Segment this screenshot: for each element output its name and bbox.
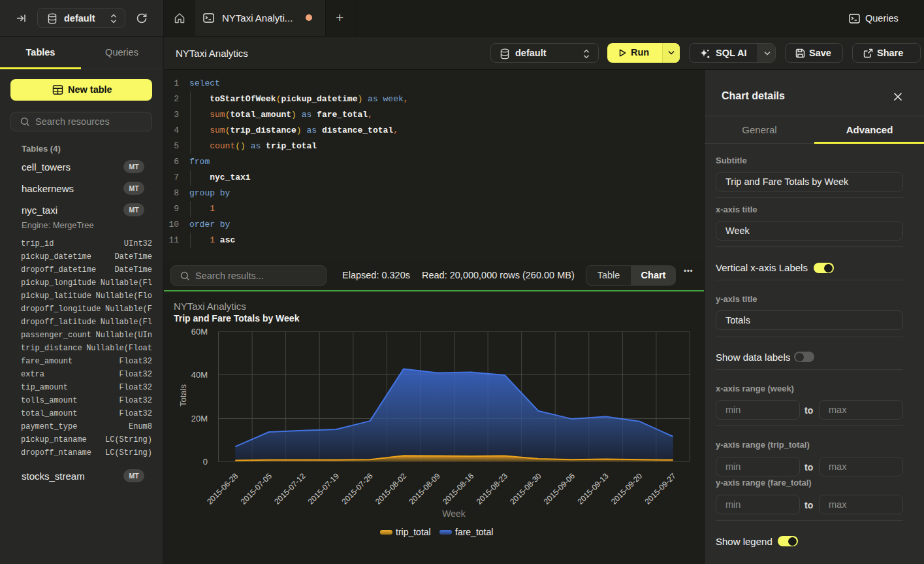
svg-text:Totals: Totals [178, 384, 188, 406]
svg-text:NYTaxi Analytics: NYTaxi Analytics [174, 301, 246, 312]
svg-text:2015-09-20: 2015-09-20 [609, 471, 645, 506]
svg-text:Week: Week [442, 508, 466, 519]
svg-text:2015-06-28: 2015-06-28 [205, 471, 240, 506]
svg-text:2015-08-16: 2015-08-16 [441, 471, 476, 506]
svg-text:2015-08-23: 2015-08-23 [475, 471, 510, 506]
svg-text:0: 0 [203, 457, 208, 467]
svg-text:2015-07-19: 2015-07-19 [306, 471, 342, 506]
svg-text:fare_total: fare_total [455, 527, 493, 537]
svg-text:2015-07-05: 2015-07-05 [239, 471, 274, 506]
svg-text:2015-09-13: 2015-09-13 [575, 471, 611, 506]
svg-text:40M: 40M [191, 370, 208, 380]
svg-text:2015-08-30: 2015-08-30 [508, 471, 543, 506]
svg-text:trip_total: trip_total [396, 527, 431, 537]
svg-text:Trip and Fare Totals by Week: Trip and Fare Totals by Week [174, 313, 300, 323]
svg-text:2015-07-26: 2015-07-26 [340, 471, 375, 506]
svg-text:2015-08-09: 2015-08-09 [407, 471, 443, 506]
svg-text:2015-09-06: 2015-09-06 [542, 471, 577, 506]
svg-text:20M: 20M [191, 414, 208, 423]
svg-text:60M: 60M [191, 327, 208, 337]
svg-text:2015-07-12: 2015-07-12 [272, 471, 308, 506]
svg-text:2015-09-27: 2015-09-27 [643, 471, 678, 506]
svg-text:2015-08-02: 2015-08-02 [374, 471, 409, 506]
